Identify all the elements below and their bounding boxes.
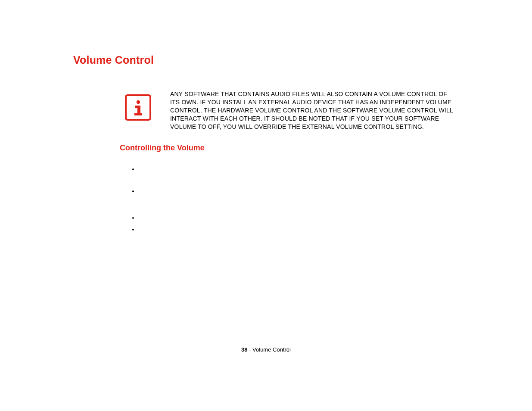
bullet-dot-icon: • <box>129 188 137 195</box>
list-item: • <box>129 166 431 173</box>
info-icon <box>125 94 151 121</box>
svg-rect-3 <box>134 113 142 115</box>
footer-section: Volume Control <box>252 346 291 353</box>
info-note-text: ANY SOFTWARE THAT CONTAINS AUDIO FILES W… <box>170 90 457 131</box>
bullet-dot-icon: • <box>129 226 137 234</box>
svg-rect-2 <box>137 106 140 114</box>
sub-heading: Controlling the Volume <box>120 143 205 153</box>
page-number: 38 <box>241 346 247 353</box>
footer-separator: - <box>248 346 253 353</box>
bullet-dot-icon: • <box>129 166 137 173</box>
info-note-content: ANY SOFTWARE THAT CONTAINS AUDIO FILES W… <box>170 90 453 130</box>
page-title: Volume Control <box>73 54 154 66</box>
bullet-list: • • • • <box>129 166 431 234</box>
svg-point-0 <box>136 100 140 103</box>
list-item: • <box>129 226 431 234</box>
bullet-dot-icon: • <box>129 215 137 222</box>
page-footer: 38 - Volume Control <box>0 346 532 353</box>
info-note-row: ANY SOFTWARE THAT CONTAINS AUDIO FILES W… <box>125 90 457 131</box>
list-item: • <box>129 215 431 222</box>
list-item: • <box>129 188 431 195</box>
document-page: Volume Control ANY SOFTWARE THAT CONTAIN… <box>0 0 532 411</box>
